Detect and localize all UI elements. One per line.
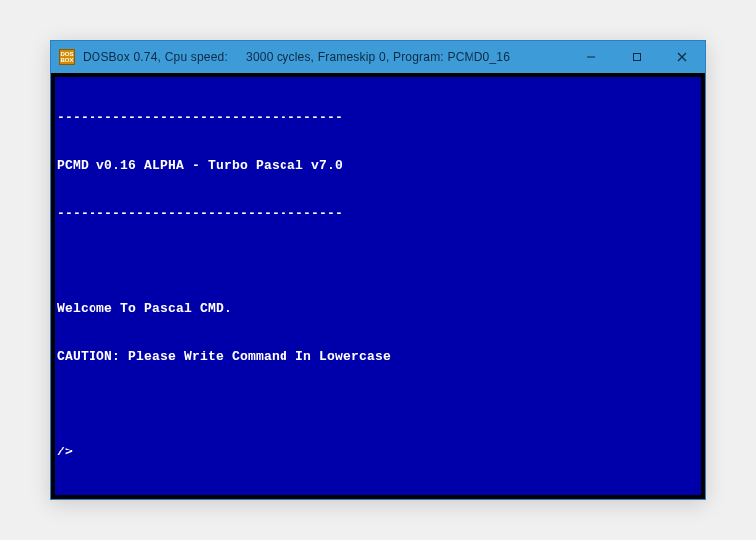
minimize-button[interactable] [568,41,614,73]
titlebar[interactable]: DOSBOX DOSBox 0.74, Cpu speed: 3000 cycl… [51,41,705,73]
svg-rect-1 [634,54,641,61]
terminal-header: PCMD v0.16 ALPHA - Turbo Pascal v7.0 [57,158,699,174]
terminal-caution: CAUTION: Please Write Command In Lowerca… [57,349,699,365]
terminal-divider-top: ------------------------------------ [57,110,699,126]
minimize-icon [586,52,596,62]
window-title-left: DOSBox 0.74, Cpu speed: [83,50,228,64]
maximize-icon [632,52,642,62]
terminal-blank-1 [57,254,699,270]
close-button[interactable] [660,41,705,73]
terminal-prompt: /> [57,445,699,460]
dosbox-icon: DOSBOX [59,49,75,65]
maximize-button[interactable] [614,41,660,73]
close-icon [677,52,687,62]
terminal-welcome: Welcome To Pascal CMD. [57,301,699,317]
window-title-right: 3000 cycles, Frameskip 0, Program: PCMD0… [246,50,510,64]
window-controls [568,41,705,73]
terminal-divider-bottom: ------------------------------------ [57,206,699,222]
terminal[interactable]: ------------------------------------ PCM… [55,77,701,495]
window-content-frame: ------------------------------------ PCM… [51,73,705,499]
terminal-blank-2 [57,397,699,413]
dosbox-window: DOSBOX DOSBox 0.74, Cpu speed: 3000 cycl… [50,40,706,500]
